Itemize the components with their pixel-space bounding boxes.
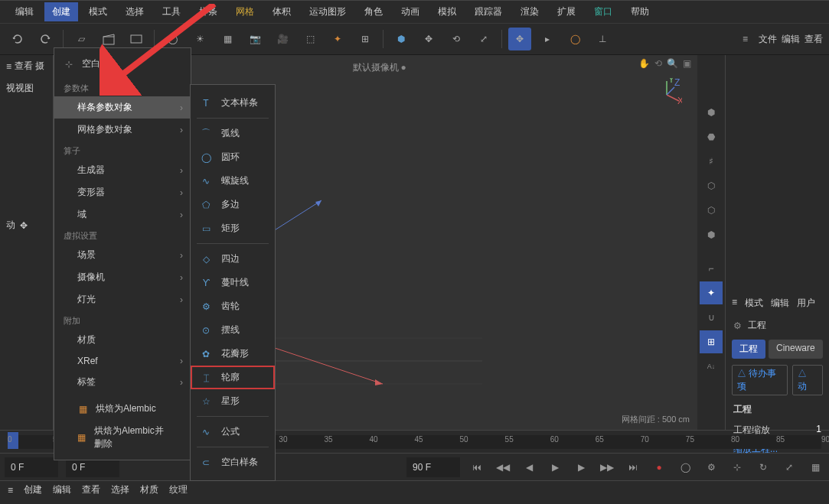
tool-rotate[interactable]: ⟲	[445, 28, 468, 50]
sm-rect[interactable]: ▭矩形	[191, 216, 275, 240]
sb-snap[interactable]: ✦	[700, 281, 723, 304]
left-row2[interactable]: 视视图	[0, 77, 53, 99]
bm-edit[interactable]: 编辑	[53, 483, 71, 496]
hamburger-icon[interactable]: ≡	[8, 485, 13, 496]
attr-edit[interactable]: 编辑	[771, 297, 789, 310]
tool-axis[interactable]: ✥	[508, 28, 531, 50]
menu-extensions[interactable]: 扩展	[550, 2, 583, 21]
frame-start[interactable]: 0 F	[5, 457, 58, 477]
autokey-button[interactable]: ◯	[676, 458, 694, 476]
sb-hex2[interactable]: ⬡	[700, 174, 723, 197]
mi-spline-param[interactable]: 样条参数对象›	[54, 96, 191, 119]
sm-circle[interactable]: ◯圆环	[191, 145, 275, 169]
panel-file[interactable]: 文件	[759, 33, 777, 46]
menu-tracker[interactable]: 跟踪器	[467, 2, 510, 21]
key-pos-button[interactable]: ⊹	[728, 458, 746, 476]
bm-create[interactable]: 创建	[24, 483, 42, 496]
sb-hex[interactable]: ⬣	[700, 125, 723, 148]
sm-flower[interactable]: ✿花瓣形	[191, 342, 275, 366]
mi-deformer[interactable]: 变形器›	[54, 181, 191, 203]
bm-view[interactable]: 查看	[82, 483, 100, 496]
tool-effector[interactable]: ✦	[326, 28, 349, 50]
next-frame-button[interactable]: ▶	[572, 458, 590, 476]
key-scale-button[interactable]: ⤢	[780, 458, 798, 476]
left-row1[interactable]: 查看 摄	[15, 60, 44, 73]
menu-create[interactable]: 创建	[44, 2, 78, 21]
mi-generator[interactable]: 生成器›	[54, 159, 191, 181]
link-dyn[interactable]: △ 动	[792, 365, 823, 395]
sb-axis[interactable]: ⌐	[700, 257, 723, 280]
bm-material[interactable]: 材质	[140, 483, 158, 496]
menu-simulate[interactable]: 模拟	[430, 2, 464, 21]
menu-render[interactable]: 渲染	[513, 2, 547, 21]
mi-bake-alembic-del[interactable]: ▦烘焙为Alembic并删除	[54, 420, 191, 455]
sb-cube[interactable]: ⬢	[700, 101, 723, 124]
menu-animate[interactable]: 动画	[393, 2, 427, 21]
sb-workplane[interactable]: ⊞	[700, 330, 723, 353]
attr-user[interactable]: 用户	[797, 297, 815, 310]
tool-scale[interactable]: ⤢	[472, 28, 495, 50]
mi-camera[interactable]: 摄像机›	[54, 266, 191, 288]
menu-spline[interactable]: 样条	[191, 2, 225, 21]
prev-key-button[interactable]: ◀◀	[494, 458, 512, 476]
menu-mesh[interactable]: 网格	[228, 2, 262, 21]
undo-button[interactable]	[6, 28, 29, 50]
link-todo[interactable]: △ 待办事项	[732, 365, 788, 395]
sm-empty-spline[interactable]: ⊂空白样条	[191, 450, 275, 474]
menu-mode[interactable]: 模式	[81, 2, 115, 21]
mi-field[interactable]: 域›	[54, 203, 191, 226]
sb-text[interactable]: A↓	[700, 355, 723, 378]
menu-volume[interactable]: 体积	[265, 2, 299, 21]
tab-project[interactable]: 工程	[732, 340, 765, 359]
menu-character[interactable]: 角色	[357, 2, 390, 21]
tool-field[interactable]: ⊞	[354, 28, 377, 50]
prev-frame-button[interactable]: ◀	[520, 458, 538, 476]
goto-end-button[interactable]: ⏭	[624, 458, 642, 476]
move-icon[interactable]: ✥	[20, 220, 28, 231]
sb-grid[interactable]: ♯	[700, 150, 723, 173]
bm-texture[interactable]: 纹理	[169, 483, 188, 496]
hamburger-icon[interactable]: ≡	[743, 34, 748, 44]
mi-bake-alembic[interactable]: ▦烘焙为Alembic	[54, 398, 191, 420]
tool-camera2[interactable]: 🎥	[271, 28, 294, 50]
sm-cogwheel[interactable]: ⚙齿轮	[191, 294, 275, 318]
attr-mode[interactable]: 模式	[745, 297, 763, 310]
menu-mograph[interactable]: 运动图形	[302, 2, 354, 21]
sb-hex3[interactable]: ⬡	[700, 199, 723, 222]
sm-cycloid[interactable]: ⊙摆线	[191, 318, 275, 342]
rotate-view-icon[interactable]: ⟲	[654, 58, 662, 69]
panel-edit[interactable]: 编辑	[782, 33, 800, 46]
key-param-button[interactable]: ▦	[806, 458, 824, 476]
mi-empty[interactable]: ⊹ 空白	[54, 53, 191, 75]
tool-circle[interactable]: ◯	[563, 28, 586, 50]
mi-mesh-param[interactable]: 网格参数对象›	[54, 119, 191, 141]
tool-coord[interactable]: ⊥	[591, 28, 614, 50]
sm-4side[interactable]: ◇四边	[191, 247, 275, 271]
maximize-icon[interactable]: ▣	[683, 58, 691, 69]
tool-cloner[interactable]: ⬚	[299, 28, 321, 50]
menu-select[interactable]: 选择	[118, 2, 152, 21]
tab-cineware[interactable]: Cineware	[769, 340, 823, 359]
menu-window[interactable]: 窗口	[586, 2, 620, 21]
sm-formula[interactable]: ∿公式	[191, 420, 275, 444]
sm-profile[interactable]: ⌶轮廓	[191, 366, 275, 389]
sm-text[interactable]: T文本样条	[191, 91, 275, 115]
sb-hex4[interactable]: ⬢	[700, 223, 723, 246]
menu-edit[interactable]: 编辑	[8, 2, 41, 21]
frame-end[interactable]: 90 F	[406, 457, 460, 477]
tool-cube[interactable]: ⬢	[390, 28, 413, 50]
key-rot-button[interactable]: ↻	[754, 458, 772, 476]
mi-tag[interactable]: 标签›	[54, 371, 191, 393]
mi-material[interactable]: 材质	[54, 329, 191, 351]
tool-camera[interactable]: 📷	[243, 28, 266, 50]
axis-gizmo[interactable]: Y X Z	[651, 78, 682, 109]
sm-star[interactable]: ☆星形	[191, 389, 275, 413]
hamburger-icon[interactable]: ≡	[6, 61, 11, 72]
record-button[interactable]: ●	[650, 458, 668, 476]
mi-scene[interactable]: 场景›	[54, 244, 191, 266]
goto-start-button[interactable]: ⏮	[468, 458, 486, 476]
sm-nside[interactable]: ⬠多边	[191, 193, 275, 216]
hand-icon[interactable]: ✋	[638, 58, 650, 69]
menu-help[interactable]: 帮助	[623, 2, 657, 21]
menu-tools[interactable]: 工具	[155, 2, 188, 21]
